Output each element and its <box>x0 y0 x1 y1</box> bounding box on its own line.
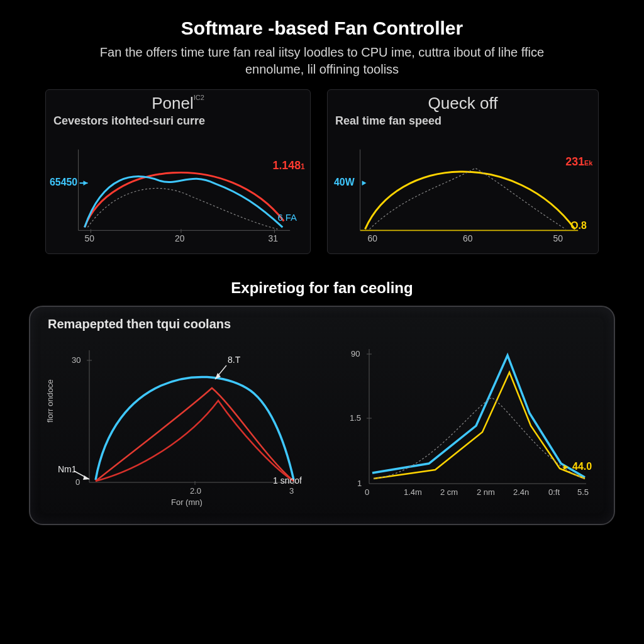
svg-text:65450: 65450 <box>50 177 77 187</box>
chart-cooling-left: 30 0 florr ondoce Nm1 8.T <box>45 338 309 508</box>
panel-label: Real time fan speed <box>335 114 598 128</box>
svg-text:0: 0 <box>75 477 80 487</box>
svg-text:50: 50 <box>85 233 95 243</box>
svg-text:50: 50 <box>553 233 564 243</box>
svg-text:60: 60 <box>463 233 473 243</box>
svg-text:For (mn): For (mn) <box>171 497 203 507</box>
svg-text:O.8: O.8 <box>570 220 587 231</box>
svg-text:1.4m: 1.4m <box>404 487 422 497</box>
svg-text:3: 3 <box>289 486 294 496</box>
svg-text:2 cm: 2 cm <box>440 487 458 497</box>
panel-label: Cevestors itohted-suri curre <box>53 114 310 128</box>
svg-text:2.4n: 2.4n <box>513 487 529 497</box>
svg-marker-16 <box>362 180 367 186</box>
panel-cooling: Remapepted then tqui coolans 30 0 florr … <box>29 306 615 525</box>
svg-text:1 snoof: 1 snoof <box>273 475 302 486</box>
panel-title: PonelIC2 <box>46 94 310 113</box>
page-title: Softmare -based Fan Controller <box>19 18 625 39</box>
panel-label: Remapepted then tqui coolans <box>48 317 599 331</box>
page-subtitle: Fan the offers time ture fan real iitsy … <box>77 44 567 78</box>
svg-text:0: 0 <box>365 487 369 497</box>
svg-text:60: 60 <box>367 233 377 243</box>
svg-text:Nm1: Nm1 <box>58 464 77 474</box>
svg-text:florr ondoce: florr ondoce <box>45 379 55 423</box>
svg-text:1.1481: 1.1481 <box>272 159 305 172</box>
chart-queck: 231Ek 40W O.8 60 60 50 <box>335 131 591 248</box>
chart-ponel: 1.1481 65450 6 FA 50 20 31 <box>53 131 303 248</box>
svg-text:0:ft: 0:ft <box>548 487 560 497</box>
svg-text:1.5: 1.5 <box>350 413 361 423</box>
svg-text:2.0: 2.0 <box>190 486 201 496</box>
svg-marker-4 <box>84 180 88 186</box>
panel-ponel: PonelIC2 Cevestors itohted-suri curre 1.… <box>45 89 311 254</box>
svg-text:20: 20 <box>175 233 185 243</box>
svg-text:30: 30 <box>72 355 80 365</box>
svg-text:231Ek: 231Ek <box>565 155 593 168</box>
svg-text:2 nm: 2 nm <box>477 487 495 497</box>
panel-queck-off: Queck off Real time fan speed 231Ek 40W … <box>327 89 599 254</box>
svg-text:31: 31 <box>269 233 279 243</box>
chart-cooling-right: 90 1.5 1 44.0 0 1.4m 2 cm <box>335 338 599 508</box>
section-title: Expiretiog for fan ceoling <box>19 279 625 297</box>
svg-text:40W: 40W <box>334 177 355 187</box>
svg-text:6 FA: 6 FA <box>277 213 297 223</box>
svg-text:44.0: 44.0 <box>572 461 592 472</box>
svg-text:8.T: 8.T <box>228 355 241 365</box>
svg-text:5.5: 5.5 <box>577 487 589 497</box>
svg-text:1: 1 <box>357 479 362 488</box>
panel-title: Queck off <box>328 94 598 113</box>
svg-text:90: 90 <box>351 349 360 358</box>
